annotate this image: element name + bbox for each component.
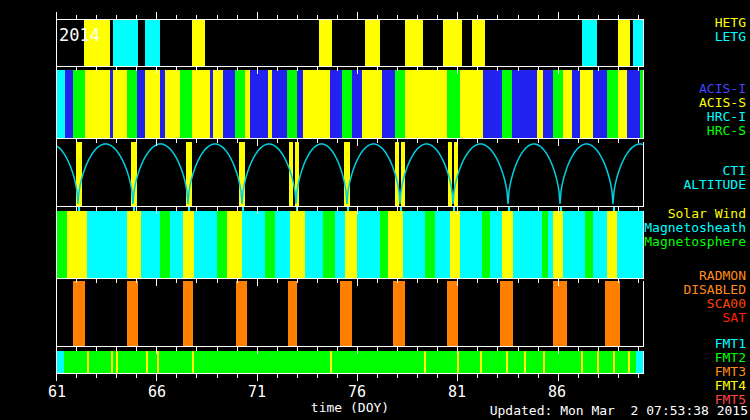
band-label-fmt3: FMT3 [715, 365, 746, 379]
major-tick [257, 139, 258, 146]
minor-tick [176, 347, 177, 351]
grating-segment [582, 20, 597, 66]
minor-tick [397, 347, 398, 351]
minor-tick [337, 139, 338, 143]
minor-tick [116, 139, 117, 143]
legend-telemetry: FMT1FMT2FMT3FMT4FMT5 [715, 337, 746, 407]
radmon-segment [236, 281, 247, 346]
minor-tick [437, 374, 438, 378]
minor-tick [518, 347, 519, 351]
grating-segment [332, 20, 365, 66]
minor-tick [377, 279, 378, 283]
band-label-sca00: SCA00 [683, 297, 746, 311]
telemetry-segment [597, 351, 599, 373]
minor-tick [618, 207, 619, 211]
minor-tick [237, 67, 238, 71]
telemetry-segment [192, 351, 194, 373]
minor-tick [598, 15, 599, 19]
instrument-segment [607, 70, 618, 138]
legend-instrument: ACIS-IACIS-SHRC-IHRC-S [699, 82, 746, 138]
minor-tick [377, 139, 378, 143]
minor-tick [538, 67, 539, 71]
instrument-segment [382, 70, 395, 138]
band-label-acis-s: ACIS-S [699, 96, 746, 110]
instrument-segment [192, 70, 210, 138]
radmon-segment [288, 281, 297, 346]
minor-tick [497, 347, 498, 351]
instrument-segment [113, 70, 127, 138]
minor-tick [277, 374, 278, 378]
minor-tick [417, 374, 418, 378]
major-tick [56, 279, 57, 286]
radmon-segment [183, 281, 193, 346]
instrument-segment [640, 70, 643, 138]
minor-tick [377, 67, 378, 71]
instrument-segment [303, 70, 330, 138]
region-segment [67, 211, 87, 278]
region-segment [345, 211, 357, 278]
minor-tick [217, 139, 218, 143]
telemetry-segment [524, 351, 526, 373]
minor-tick [397, 139, 398, 143]
minor-tick [277, 207, 278, 211]
instrument-segment [85, 70, 110, 138]
region-segment [242, 211, 265, 278]
minor-tick [598, 67, 599, 71]
region-segment [141, 211, 160, 278]
band-label-fmt1: FMT1 [715, 337, 746, 351]
major-tick [457, 347, 458, 354]
telemetry-segment [146, 351, 148, 373]
major-tick [357, 374, 358, 381]
major-tick [257, 347, 258, 354]
minor-tick [598, 207, 599, 211]
major-tick [257, 279, 258, 286]
major-tick [156, 67, 157, 74]
x-tick-label: 71 [248, 383, 266, 401]
major-tick [156, 12, 157, 19]
chandra-operations-timeline: 2014 HETGLETG ACIS-IACIS-SHRC-IHRC-S CTI… [0, 0, 750, 420]
minor-tick [477, 139, 478, 143]
instrument-segment [272, 70, 287, 138]
instrument-segment [330, 70, 342, 138]
radmon-segment [340, 281, 352, 346]
minor-tick [397, 374, 398, 378]
instrument-segment [145, 70, 160, 138]
minor-tick [598, 139, 599, 143]
minor-tick [417, 279, 418, 283]
band-label-hetg: HETG [715, 16, 746, 30]
band-label-acis-i: ACIS-I [699, 82, 746, 96]
x-axis-title: time (DOY) [311, 400, 389, 415]
minor-tick [538, 15, 539, 19]
axis-line-altitude-bottom [56, 206, 644, 207]
minor-tick [337, 347, 338, 351]
instrument-segment [235, 70, 245, 138]
instrument-segment [342, 70, 352, 138]
telemetry-segment [157, 351, 159, 373]
minor-tick [176, 139, 177, 143]
minor-tick [237, 15, 238, 19]
minor-tick [116, 374, 117, 378]
legend-altitude: CTIALTITUDE [683, 164, 746, 192]
grating-segment [205, 20, 319, 66]
region-segment [607, 211, 617, 278]
x-tick-label: 66 [148, 383, 166, 401]
grating-segment [138, 20, 145, 66]
x-tick-label: 61 [48, 383, 66, 401]
instrument-segment [65, 70, 73, 138]
minor-tick [176, 67, 177, 71]
instrument-segment [250, 70, 268, 138]
minor-tick [136, 347, 137, 351]
grating-segment [113, 20, 138, 66]
minor-tick [538, 279, 539, 283]
region-segment [563, 211, 585, 278]
minor-tick [377, 207, 378, 211]
region-segment [290, 211, 305, 278]
major-tick [558, 207, 559, 214]
minor-tick [638, 207, 639, 211]
region-segment [403, 211, 425, 278]
major-tick [457, 279, 458, 286]
minor-tick [638, 15, 639, 19]
major-tick [56, 67, 57, 74]
grating-segment [160, 20, 192, 66]
minor-tick [136, 67, 137, 71]
